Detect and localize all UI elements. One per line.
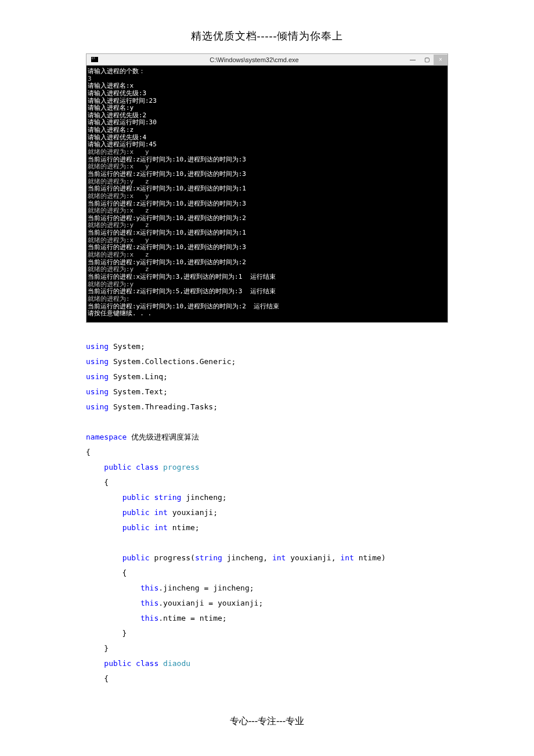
code-line: { (86, 566, 448, 581)
terminal-line: 请输入进程运行时间:23 (88, 98, 446, 105)
terminal-output: 请输入进程的个数：3请输入进程名:x请输入进程优先级:3请输入进程运行时间:23… (86, 66, 448, 322)
terminal-line: 就绪的进程为:x z (88, 207, 446, 215)
terminal-line: 当前运行的进程:x运行时间为:3,进程到达的时间为:1 运行结束 (88, 273, 446, 281)
code-line: public int ntime; (86, 520, 448, 535)
code-line: namespace 优先级进程调度算法 (86, 430, 448, 445)
source-code: using System;using System.Collections.Ge… (86, 339, 448, 686)
terminal-line: 当前运行的进程:z运行时间为:10,进程到达的时间为:3 (88, 171, 446, 178)
terminal-line: 就绪的进程为: (88, 296, 446, 303)
code-line: { (86, 445, 448, 460)
code-line (86, 415, 448, 430)
code-line: this.ntime = ntime; (86, 611, 448, 626)
terminal-line: 当前运行的进程:x运行时间为:10,进程到达的时间为:1 (88, 185, 446, 193)
code-line: { (86, 475, 448, 490)
terminal-line: 请输入进程名:y (88, 105, 446, 112)
terminal-line: 请输入进程的个数： (88, 68, 446, 75)
cmd-icon (91, 57, 98, 62)
code-line: using System.Text; (86, 384, 448, 399)
terminal-line: 就绪的进程为:x y (88, 193, 446, 200)
document-header: 精选优质文档-----倾情为你奉上 (86, 29, 448, 43)
document-footer: 专心---专注---专业 (86, 715, 448, 728)
window-titlebar: C:\Windows\system32\cmd.exe — ▢ × (86, 54, 448, 66)
terminal-line: 请按任意键继续. . . (88, 310, 446, 318)
code-line: this.youxianji = youxianji; (86, 596, 448, 611)
terminal-line: 当前运行的进程:z运行时间为:5,进程到达的时间为:3 运行结束 (88, 288, 446, 296)
code-line: using System.Collections.Generic; (86, 354, 448, 369)
terminal-line: 就绪的进程为:x y (88, 149, 446, 156)
minimize-button[interactable]: — (406, 55, 420, 65)
code-line: public int youxianji; (86, 505, 448, 520)
window-title: C:\Windows\system32\cmd.exe (103, 56, 406, 63)
terminal-line: 请输入进程名:z (88, 127, 446, 134)
code-line: this.jincheng = jincheng; (86, 581, 448, 596)
code-line: } (86, 626, 448, 641)
terminal-line: 请输入进程运行时间:30 (88, 119, 446, 127)
maximize-button[interactable]: ▢ (420, 55, 434, 65)
code-line: using System.Threading.Tasks; (86, 399, 448, 415)
code-line: using System; (86, 339, 448, 354)
code-line: public class diaodu (86, 656, 448, 671)
terminal-line: 3 (88, 75, 446, 83)
code-line: { (86, 671, 448, 686)
terminal-line: 当前运行的进程:x运行时间为:10,进程到达的时间为:1 (88, 229, 446, 237)
close-button[interactable]: × (434, 55, 448, 65)
code-line: using System.Linq; (86, 369, 448, 384)
code-line: public progress(string jincheng, int you… (86, 550, 448, 566)
code-line: public string jincheng; (86, 490, 448, 505)
cmd-window: C:\Windows\system32\cmd.exe — ▢ × 请输入进程的… (86, 53, 448, 323)
code-line: public class progress (86, 460, 448, 475)
code-line: } (86, 641, 448, 656)
terminal-line: 就绪的进程为:x z (88, 251, 446, 259)
terminal-line: 请输入进程优先级:3 (88, 90, 446, 98)
code-line (86, 535, 448, 550)
